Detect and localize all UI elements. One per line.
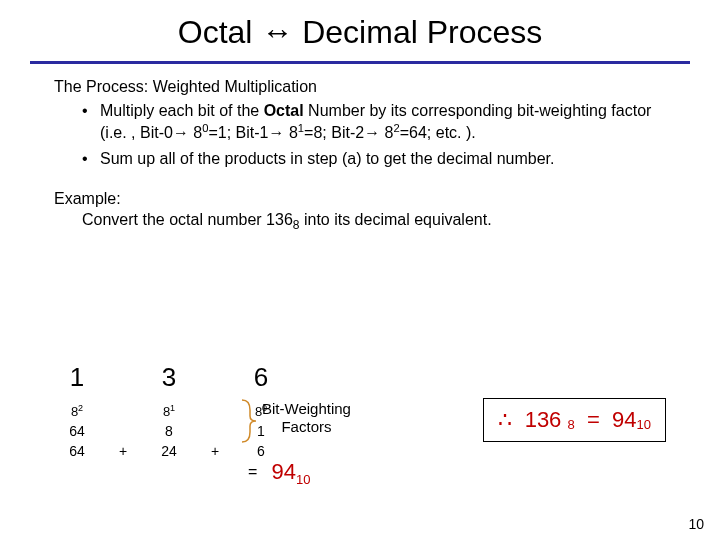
bullet-2: Sum up all of the products in step (a) t… (82, 148, 666, 170)
bullet-list: Multiply each bit of the Octal Number by… (54, 100, 666, 170)
weight-1: 81 (146, 401, 192, 421)
eq94-base: 10 (296, 472, 310, 487)
plus-1: + (192, 441, 238, 461)
body: The Process: Weighted Multiplication Mul… (0, 64, 720, 234)
bullet-1-pre: Multiply each bit of the (100, 102, 264, 119)
example-post: into its decimal equivalent. (299, 211, 491, 228)
equals-94: = 9410 (248, 459, 310, 487)
sum-0: 64 (54, 441, 100, 461)
sum-1: 24 (146, 441, 192, 461)
bit-weighting-label: Bit-Weighting Factors (262, 400, 351, 436)
eq-sign: = (248, 463, 257, 480)
page-title: Octal ↔ Decimal Process (0, 0, 720, 57)
bullet-1-bold: Octal (264, 102, 304, 119)
plus-0: + (100, 441, 146, 461)
w0e: 2 (78, 403, 83, 413)
result-eq: = (587, 407, 600, 432)
bw-line1: Bit-Weighting (262, 400, 351, 417)
bullet-1: Multiply each bit of the Octal Number by… (82, 100, 666, 145)
example-block: Example: Convert the octal number 1368 i… (54, 188, 666, 234)
example-label: Example: (54, 188, 666, 210)
result-b1: 8 (567, 417, 574, 432)
bullet-1-seg1: =1; Bit-1→ 8 (208, 125, 297, 142)
result-n2: 94 (612, 407, 636, 432)
result-n1: 136 (525, 407, 562, 432)
eq94-num: 94 (271, 459, 295, 484)
bw-line2: Factors (281, 418, 331, 435)
example-pre: Convert the octal number 136 (82, 211, 293, 228)
result-box: ∴ 136 8 = 9410 (483, 398, 666, 442)
brace-icon (240, 398, 256, 444)
process-heading: The Process: Weighted Multiplication (54, 76, 666, 98)
slide: Octal ↔ Decimal Process The Process: Wei… (0, 0, 720, 540)
weight-0: 82 (54, 401, 100, 421)
digit-2: 6 (238, 360, 284, 401)
bullet-1-seg2: =8; Bit-2→ 8 (304, 125, 393, 142)
value-0: 64 (54, 421, 100, 441)
page-number: 10 (688, 516, 704, 532)
example-text: Convert the octal number 1368 into its d… (54, 209, 666, 233)
w1e: 1 (170, 403, 175, 413)
value-1: 8 (146, 421, 192, 441)
digit-0: 1 (54, 360, 100, 401)
bullet-1-seg3: =64; etc. ). (400, 125, 476, 142)
digit-1: 3 (146, 360, 192, 401)
digits-row: 1 3 6 (54, 360, 284, 401)
therefore-icon: ∴ (498, 407, 512, 432)
result-b2: 10 (637, 417, 651, 432)
